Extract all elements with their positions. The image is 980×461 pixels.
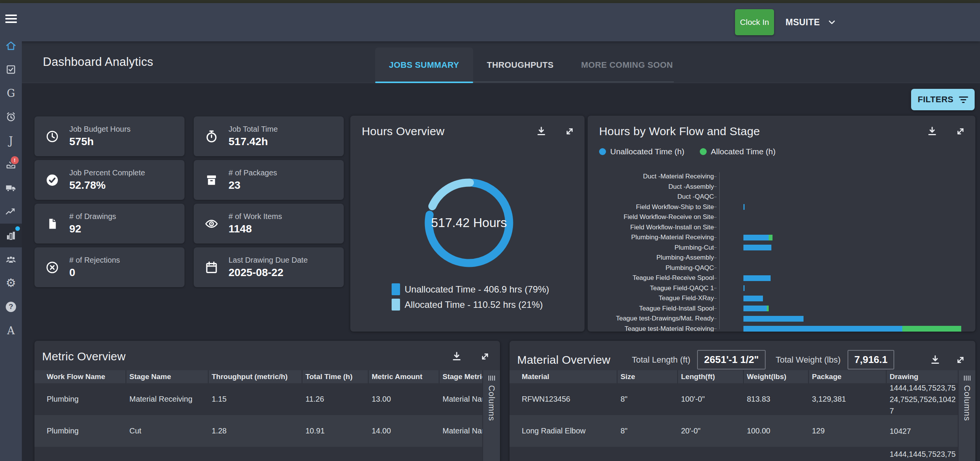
column-header[interactable]: Work Flow Name xyxy=(34,370,126,383)
workflow-bar-chart: Duct -Material Receiving Duct -Assembly … xyxy=(588,172,975,332)
home-icon xyxy=(5,40,16,51)
column-header[interactable]: Package xyxy=(809,370,887,383)
column-header[interactable]: Metric Amount xyxy=(369,370,439,383)
expand-icon[interactable] xyxy=(955,126,966,137)
sidebar-item-g-module[interactable]: G xyxy=(0,81,22,105)
clock-icon xyxy=(45,129,59,144)
column-header[interactable]: Weight(lbs) xyxy=(744,370,809,383)
column-header[interactable]: Throughput (metric/h) xyxy=(209,370,302,383)
column-header[interactable]: Material xyxy=(510,370,617,383)
clock-in-button[interactable]: Clock In xyxy=(735,9,774,35)
legend-label: Unallocated Time - 406.9 hrs (79%) xyxy=(405,284,549,295)
column-header[interactable]: Stage Name xyxy=(126,370,209,383)
sidebar-item-j-module[interactable]: J xyxy=(0,129,22,152)
bar-plot xyxy=(717,273,975,283)
tab-throughputs[interactable]: THROUGHPUTS xyxy=(473,47,567,82)
stat-cards: Job Budget Hours 575h Job Total Time 517… xyxy=(34,116,345,287)
sidebar-item-analytics[interactable] xyxy=(0,224,22,247)
table-cell: 100'-0" xyxy=(678,383,744,415)
category-label: Duct -Material Receiving xyxy=(588,173,714,180)
sidebar-item-a-module[interactable]: A xyxy=(0,319,22,342)
legend-dot xyxy=(599,148,606,155)
axis-tick xyxy=(714,186,717,187)
bar-row: Plumbing-QAQC xyxy=(588,263,975,273)
column-header[interactable]: Stage Metric xyxy=(439,370,483,383)
bar-row: Teague test-Drawings/Mat. Ready xyxy=(588,314,975,324)
notification-badge: ! xyxy=(10,155,20,165)
panel-title: Hours Overview xyxy=(362,125,444,138)
sidebar: GJ!⚙?A xyxy=(0,3,22,461)
column-header[interactable]: Length(ft) xyxy=(678,370,744,383)
column-header[interactable]: Drawing xyxy=(887,370,959,383)
column-header[interactable]: Total Time (h) xyxy=(302,370,369,383)
table-header-row: Work Flow NameStage NameThroughput (metr… xyxy=(34,370,483,383)
account-menu[interactable]: MSUITE xyxy=(786,3,837,41)
sidebar-item-users[interactable] xyxy=(0,247,22,271)
columns-drawer-handle[interactable]: Columns xyxy=(482,370,500,461)
truck-icon xyxy=(5,183,16,194)
sidebar-item-home[interactable] xyxy=(0,34,22,57)
bar-plot xyxy=(717,182,975,192)
calendar-icon xyxy=(204,260,219,275)
expand-icon[interactable] xyxy=(479,351,491,362)
expand-icon[interactable] xyxy=(955,354,966,366)
download-icon[interactable] xyxy=(929,354,941,366)
stat-card: # of Work Items 1148 xyxy=(194,204,344,244)
bar-plot xyxy=(717,212,975,222)
download-icon[interactable] xyxy=(451,351,462,362)
axis-tick xyxy=(714,217,717,217)
table-cell: Cut xyxy=(126,415,209,447)
sidebar-item-settings[interactable]: ⚙ xyxy=(0,271,22,295)
table-cell: 8" xyxy=(617,415,678,447)
stat-card-label: # of Drawings xyxy=(69,212,116,221)
filter-icon xyxy=(959,96,968,103)
page-title: Dashboard Analytics xyxy=(43,55,153,69)
table-row[interactable]: RFWN1234568"100'-0"813.833,129,3811444,1… xyxy=(510,383,959,415)
bar-plot xyxy=(717,222,975,233)
table-cell: RFWN123456 xyxy=(510,383,617,415)
unallocated-bar xyxy=(743,235,769,240)
bar-row: Field Workflow-Receive on Site xyxy=(588,212,975,222)
table-row[interactable]: Long Radial Elbow8"20'-0"100.0012910427 xyxy=(510,415,959,447)
bar-row: Plumbing-Material Receiving xyxy=(588,232,975,243)
bar-plot xyxy=(717,324,975,332)
bar-row: Teague Field-Receive Spool xyxy=(588,273,975,283)
stat-card: Job Percent Complete 52.78% xyxy=(34,160,185,200)
bar-chart-icon xyxy=(5,230,16,241)
download-icon[interactable] xyxy=(926,126,938,137)
columns-drawer-handle[interactable]: Columns xyxy=(958,370,975,461)
bar-row: Teague Field-XRay xyxy=(588,293,975,304)
hours-by-workflow-panel: Hours by Work Flow and Stage Unallocated… xyxy=(588,116,975,332)
panel-title: Hours by Work Flow and Stage xyxy=(599,125,760,138)
category-label: Field Workflow-Receive on Site xyxy=(588,213,714,221)
sidebar-item-trends[interactable] xyxy=(0,200,22,224)
letter-g-icon: G xyxy=(7,87,15,99)
download-icon[interactable] xyxy=(536,126,547,137)
column-header[interactable]: Size xyxy=(617,370,678,383)
bar-plot xyxy=(717,314,975,324)
table-row[interactable]: PlumbingCut1.2810.9114.00Material Nam xyxy=(34,415,483,447)
table-cell: Long Radial Elbow xyxy=(510,415,617,447)
eye-icon xyxy=(204,217,219,231)
expand-icon[interactable] xyxy=(564,126,575,137)
category-label: Duct -QAQC xyxy=(588,193,714,201)
sidebar-item-inbox[interactable]: ! xyxy=(0,152,22,176)
bar-row: Plumbing-Cut xyxy=(588,243,975,253)
bar-plot xyxy=(717,202,975,213)
stat-card-label: # of Work Items xyxy=(229,212,282,221)
sidebar-item-help[interactable]: ? xyxy=(0,295,22,319)
filters-button[interactable]: FILTERS xyxy=(911,89,975,110)
axis-tick xyxy=(714,288,717,288)
bar-plot xyxy=(717,283,975,294)
stat-card-label: Job Budget Hours xyxy=(69,125,131,134)
hamburger-menu-icon[interactable] xyxy=(5,15,17,23)
table-row[interactable]: PlumbingMaterial Receiving1.1511.2613.00… xyxy=(34,383,483,415)
stat-card: # of Packages 23 xyxy=(194,160,344,200)
sidebar-item-shipping[interactable] xyxy=(0,176,22,200)
sidebar-item-time[interactable] xyxy=(0,105,22,129)
tab-jobs-summary[interactable]: JOBS SUMMARY xyxy=(375,47,473,82)
partial-table-row[interactable] xyxy=(34,447,483,461)
sidebar-item-tasks[interactable] xyxy=(0,57,22,81)
partial-table-row[interactable]: 1444,1445,7523,75 xyxy=(510,447,959,461)
trending-icon xyxy=(5,206,16,217)
